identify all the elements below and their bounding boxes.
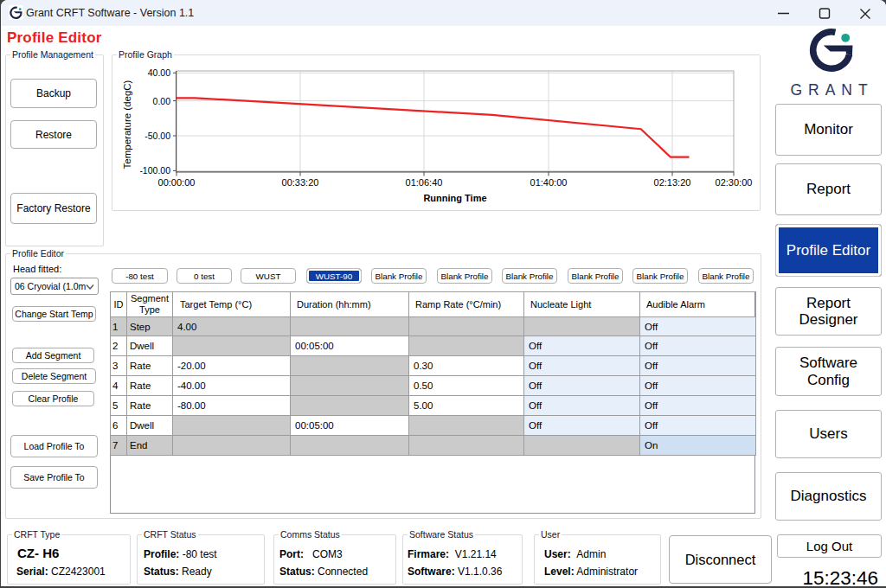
svg-text:-100.00: -100.00 [139, 165, 170, 176]
svg-text:02:30:00: 02:30:00 [716, 177, 753, 188]
svg-text:01:40:00: 01:40:00 [530, 177, 568, 188]
svg-text:Temperature (degC): Temperature (degC) [122, 80, 132, 169]
svg-text:Running Time: Running Time [423, 193, 486, 203]
svg-text:00:00:00: 00:00:00 [158, 177, 196, 188]
svg-text:-50.00: -50.00 [144, 131, 170, 141]
svg-text:00:33:20: 00:33:20 [282, 177, 319, 188]
svg-text:02:13:20: 02:13:20 [654, 177, 691, 188]
svg-text:0.00: 0.00 [153, 96, 171, 106]
svg-text:40.00: 40.00 [148, 67, 170, 78]
svg-text:01:06:40: 01:06:40 [406, 177, 443, 188]
